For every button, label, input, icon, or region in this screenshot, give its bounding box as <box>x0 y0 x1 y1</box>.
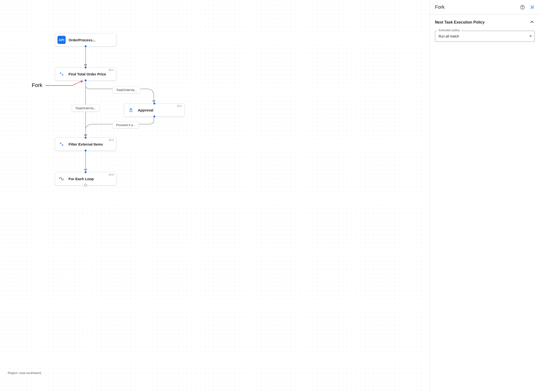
port-bottom[interactable] <box>84 184 87 187</box>
panel-title: Fork <box>435 4 445 10</box>
field-label: Execution policy <box>437 29 461 32</box>
port-bottom[interactable] <box>84 79 87 82</box>
node-title: For Each Loop <box>69 177 94 181</box>
data-mapping-icon <box>57 140 66 148</box>
task-config-panel: Fork Next Task Execution Policy Executio… <box>429 0 540 392</box>
section-title: Next Task Execution Policy <box>435 20 485 24</box>
api-trigger-icon: API <box>57 36 66 44</box>
port-top[interactable] <box>84 66 87 69</box>
edge-label[interactable]: TotalOrderVa... <box>113 86 140 93</box>
data-mapping-icon <box>57 70 66 78</box>
port-top[interactable] <box>84 171 87 174</box>
approval-hand-icon <box>127 106 135 114</box>
integration-canvas[interactable]: Fork API OrderProcess... ID:1 Find Total… <box>0 0 429 392</box>
port-bottom[interactable] <box>84 149 87 152</box>
node-for-each-loop[interactable]: ID:4 For Each Loop <box>55 172 116 185</box>
edge-label[interactable]: Proceed if a... <box>113 122 139 129</box>
fork-annotation: Fork <box>32 82 42 88</box>
node-title: Find Total Order Price <box>69 72 106 76</box>
edge-label[interactable]: TotalOrderVa... <box>72 105 100 112</box>
edge-layer <box>0 0 429 392</box>
execution-policy-field: Execution policy Run all match <box>435 31 535 42</box>
node-approval[interactable]: ID:2 Approval <box>124 103 185 117</box>
chevron-down-icon <box>529 36 532 37</box>
panel-header: Fork <box>430 0 540 14</box>
port-top[interactable] <box>153 102 156 105</box>
port-bottom[interactable] <box>84 45 87 48</box>
node-id-tag: ID:4 <box>109 173 114 176</box>
select-value: Run all match <box>439 34 459 38</box>
port-bottom[interactable] <box>153 115 156 118</box>
node-title: OrderProcess... <box>69 38 95 42</box>
execution-policy-select[interactable]: Run all match <box>435 31 535 42</box>
chevron-up-icon <box>529 19 535 25</box>
node-title: Filter External Items <box>69 142 103 146</box>
node-id-tag: ID:3 <box>109 139 114 141</box>
help-icon[interactable] <box>520 5 525 10</box>
region-label: Region: asia-southeast1 <box>8 371 41 375</box>
loop-icon <box>57 175 66 183</box>
node-id-tag: ID:2 <box>177 104 182 107</box>
node-filter-external-items[interactable]: ID:3 Filter External Items <box>55 137 116 151</box>
node-find-total-order-price[interactable]: ID:1 Find Total Order Price <box>55 67 116 81</box>
svg-point-1 <box>522 8 523 8</box>
collapse-panel-icon[interactable] <box>529 5 535 10</box>
node-trigger[interactable]: API OrderProcess... <box>55 33 116 47</box>
section-next-task-policy[interactable]: Next Task Execution Policy <box>435 19 535 25</box>
port-top[interactable] <box>84 136 87 139</box>
node-title: Approval <box>138 108 153 112</box>
node-id-tag: ID:1 <box>109 68 114 71</box>
